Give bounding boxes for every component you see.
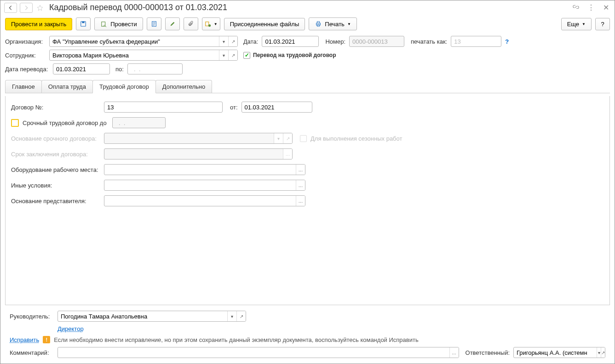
date-input[interactable]: 📅 [262, 36, 319, 47]
responsible-label: Ответственный: [466, 349, 510, 356]
open-icon[interactable]: ↗ [601, 347, 605, 358]
printer-icon [315, 20, 322, 28]
svg-point-5 [208, 24, 211, 27]
save-button[interactable] [76, 17, 91, 30]
favorite-icon[interactable] [35, 3, 45, 12]
seasonal-checkbox [300, 135, 307, 142]
chevron-down-icon: ▼ [582, 22, 586, 26]
tab-salary[interactable]: Оплата труда [41, 80, 93, 93]
number-label: Номер: [325, 38, 345, 45]
dropdown-icon: ▾ [274, 133, 283, 143]
create-basis-button[interactable]: ▼ [202, 17, 220, 30]
correct-text: Если необходимо внести исправление, но п… [54, 336, 418, 343]
svg-rect-1 [82, 22, 85, 23]
save-icon [80, 20, 87, 28]
document-icon [150, 20, 158, 28]
pencil-icon [169, 20, 176, 28]
dropdown-icon[interactable]: ▾ [597, 347, 601, 358]
org-input[interactable]: ▾ ↗ [49, 36, 238, 47]
tab-extra[interactable]: Дополнительно [155, 80, 213, 93]
ellipsis-icon[interactable]: … [449, 347, 459, 358]
dropdown-icon[interactable]: ▾ [227, 311, 236, 321]
equipment-input[interactable]: … [104, 164, 305, 175]
ellipsis-icon[interactable]: … [296, 165, 305, 175]
comment-label: Комментарий: [10, 349, 54, 356]
tabs: Главное Оплата труда Трудовой договор До… [5, 80, 610, 93]
edit-button[interactable] [165, 17, 180, 30]
seasonal-label: Для выполнения сезонных работ [310, 135, 402, 142]
from-label: от: [230, 104, 238, 111]
chevron-down-icon: ▼ [214, 22, 218, 26]
term-input: … [104, 148, 293, 159]
manager-input[interactable]: ▾ ↗ [57, 311, 246, 322]
contract-num-input[interactable] [104, 102, 223, 113]
number-input [349, 36, 404, 47]
warning-icon: ! [43, 336, 50, 343]
manager-position-link[interactable]: Директор [57, 325, 84, 332]
forward-button[interactable] [20, 3, 33, 13]
help-link[interactable]: ? [505, 38, 509, 45]
transfer-date-input[interactable]: 📅 [53, 63, 110, 74]
transfer-date-label: Дата перевода: [5, 66, 49, 73]
basis-icon [205, 20, 211, 28]
equipment-label: Оборудование рабочего места: [11, 166, 100, 173]
kebab-icon[interactable]: ⋮ [586, 2, 597, 13]
rep-basis-input[interactable]: … [104, 195, 305, 206]
svg-rect-4 [205, 22, 208, 26]
post-and-close-button[interactable]: Провести и закрыть [5, 18, 72, 30]
correct-link[interactable]: Исправить [10, 336, 39, 343]
open-icon[interactable]: ↗ [228, 50, 237, 60]
post-button[interactable]: Провести [94, 17, 143, 30]
more-button[interactable]: Еще ▼ [561, 18, 592, 30]
print-as-label: печатать как: [411, 38, 447, 45]
open-icon: ↗ [283, 133, 292, 143]
help-button[interactable]: ? [595, 18, 610, 30]
other-label: Иные условия: [11, 182, 100, 189]
basis-input: ▾ ↗ [104, 133, 293, 144]
term-label: Срок заключения договора: [11, 151, 100, 158]
paperclip-icon [187, 20, 195, 28]
tab-contract[interactable]: Трудовой договор [92, 80, 156, 93]
chevron-down-icon: ▼ [347, 22, 351, 26]
ellipsis-icon[interactable]: … [296, 180, 305, 190]
close-icon[interactable]: ✕ [601, 2, 611, 13]
link-icon[interactable] [571, 3, 581, 13]
rep-basis-label: Основание представителя: [11, 198, 100, 205]
fixed-term-date-input: 📅 [112, 117, 166, 128]
dropdown-icon[interactable]: ▾ [219, 36, 228, 46]
to-label: по: [115, 66, 124, 73]
employee-input[interactable]: ▾ ↗ [49, 50, 238, 61]
ellipsis-icon[interactable]: … [296, 196, 305, 206]
window-title: Кадровый перевод 0000-000013 от 01.03.20… [49, 3, 568, 12]
manager-label: Руководитель: [10, 313, 54, 320]
document-button[interactable] [147, 17, 161, 30]
print-as-input[interactable] [451, 36, 501, 47]
open-icon[interactable]: ↗ [228, 36, 237, 46]
ellipsis-icon: … [283, 149, 292, 159]
responsible-input[interactable]: ▾ ↗ [513, 347, 605, 358]
contract-num-label: Договор №: [11, 104, 100, 111]
other-input[interactable]: … [104, 180, 305, 191]
employee-label: Сотрудник: [5, 52, 46, 59]
open-icon[interactable]: ↗ [236, 311, 246, 321]
dropdown-icon[interactable]: ▾ [219, 50, 228, 60]
date-label: Дата: [243, 38, 258, 45]
from-date-input[interactable]: 📅 [241, 102, 312, 113]
print-button[interactable]: Печать ▼ [309, 17, 357, 30]
svg-rect-7 [317, 22, 320, 23]
tab-main[interactable]: Главное [5, 80, 42, 93]
back-button[interactable] [4, 3, 17, 13]
fixed-term-label: Срочный трудовой договор до [23, 119, 107, 126]
post-icon [100, 20, 108, 28]
checkbox-checked-icon: ✓ [243, 52, 250, 59]
basis-label: Основание срочного договора: [11, 135, 100, 142]
org-label: Организация: [5, 38, 46, 45]
fixed-term-checkbox[interactable] [11, 119, 19, 127]
attachments-button[interactable]: Присоединенные файлы [224, 18, 305, 30]
comment-input[interactable]: … [57, 347, 459, 358]
to-date-input[interactable]: 📅 [127, 63, 183, 74]
transfer-contract-checkbox[interactable]: ✓ Перевод на трудовой договор [243, 52, 336, 59]
attach-button[interactable] [184, 17, 198, 30]
